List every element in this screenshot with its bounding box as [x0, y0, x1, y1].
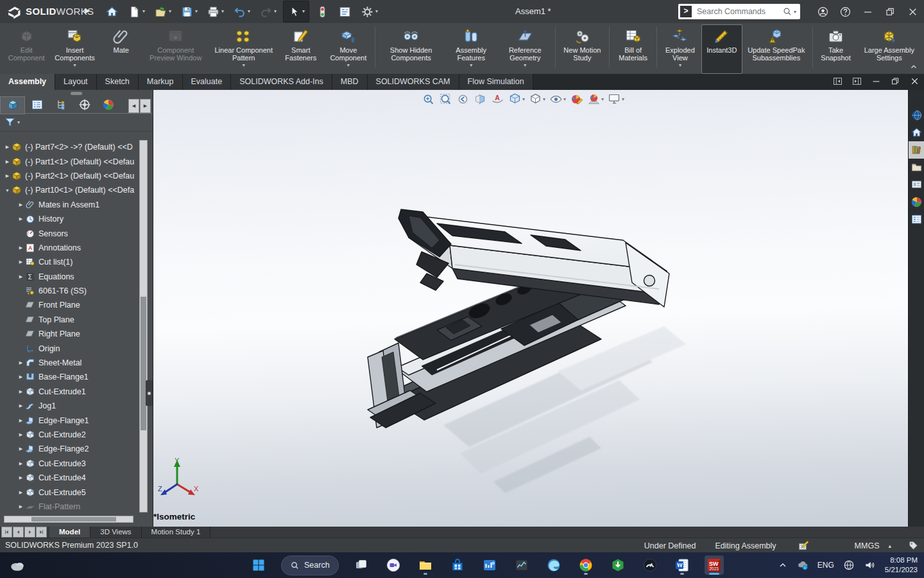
tree-item-cut-extrude1[interactable]: ▶Cut-Extrude1 [0, 385, 141, 399]
tree-item-part10-1-default-defa[interactable]: ▼(-) Part10<1> (Default) <<Defa [0, 183, 141, 197]
tab-mbd[interactable]: MBD [332, 74, 368, 90]
expand-arrow-icon[interactable]: ▶ [17, 475, 25, 480]
search-pill[interactable]: Search [281, 556, 339, 575]
tree-item-history[interactable]: ▶History [0, 212, 141, 226]
tab-model[interactable]: Model [49, 527, 90, 538]
tab-assembly[interactable]: Assembly [0, 74, 55, 90]
featuremanager-tab[interactable] [0, 96, 25, 114]
weather-icon[interactable] [9, 557, 26, 574]
tree-item-origin[interactable]: Origin [0, 341, 141, 355]
onedrive-icon[interactable]: i [796, 559, 809, 572]
restore-button[interactable] [879, 0, 902, 23]
filter-dropdown-icon[interactable]: ▾ [17, 120, 20, 125]
view-palette-tab[interactable] [909, 176, 924, 193]
hide-show-items-button[interactable]: ▾ [547, 92, 568, 107]
close-button[interactable] [902, 0, 924, 23]
file-explorer-tab[interactable] [909, 159, 924, 176]
stapler-3d-model[interactable] [147, 90, 908, 527]
volume-icon[interactable] [864, 559, 877, 572]
help-button[interactable] [834, 0, 857, 23]
tray-chevron-icon[interactable] [778, 560, 788, 570]
tree-item-equations[interactable]: ▶ΣEquations [0, 270, 141, 284]
tree-item-part7-2-default-d[interactable]: ▶(-) Part7<2> ->? (Default) <<D [0, 140, 141, 154]
expand-arrow-icon[interactable]: ▶ [17, 403, 25, 408]
expand-arrow-icon[interactable]: ▶ [17, 274, 25, 279]
task-manager-button[interactable] [512, 556, 531, 575]
tab-solidworks-cam[interactable]: SOLIDWORKS CAM [368, 74, 459, 90]
zoom-to-area-button[interactable] [437, 92, 454, 107]
word-button[interactable] [672, 556, 692, 575]
edge-button[interactable] [544, 556, 563, 575]
collapse-ribbon-icon[interactable] [909, 62, 919, 71]
expand-arrow-icon[interactable]: ▶ [17, 202, 25, 207]
tree-item-part1-1-default-defau[interactable]: ▶(-) Part1<1> (Default) <<Defau [0, 154, 141, 168]
solidworks-button[interactable]: SW2023 [705, 556, 724, 575]
tree-item-part2-1-default-defau[interactable]: ▶(-) Part2<1> (Default) <<Defau [0, 169, 141, 183]
doc-close-button[interactable] [909, 76, 920, 89]
units-dropdown-icon[interactable]: ▴ [888, 543, 891, 549]
task-view-button[interactable] [352, 556, 371, 575]
home-button[interactable] [103, 2, 121, 21]
expand-arrow-icon[interactable]: ▶ [17, 432, 25, 437]
next-tab-button[interactable] [24, 527, 35, 538]
chrome-button[interactable] [576, 556, 595, 575]
tab-markup[interactable]: Markup [139, 74, 183, 90]
tree-item-annotations[interactable]: ▶AAnnotations [0, 241, 141, 255]
component-preview-window-button[interactable]: Component Preview Window [142, 24, 210, 74]
tree-item-right-plane[interactable]: Right Plane [0, 327, 141, 341]
expand-arrow-icon[interactable]: ▶ [3, 173, 12, 179]
expand-arrow-icon[interactable]: ▶ [3, 144, 12, 150]
redo-button[interactable]: ▾ [257, 2, 279, 21]
previous-view-button[interactable] [454, 92, 472, 107]
options-button[interactable]: ▾ [358, 2, 381, 21]
select-tool-button[interactable]: ▾ [283, 1, 309, 22]
tree-item-cut-extrude4[interactable]: ▶Cut-Extrude4 [0, 471, 141, 485]
tree-vertical-scrollbar[interactable] [139, 140, 148, 512]
network-icon[interactable] [843, 559, 855, 572]
move-component-button[interactable]: Move Component▾ [324, 24, 373, 74]
previous-pane-button[interactable] [832, 76, 843, 89]
expand-arrow-icon[interactable]: ▶ [3, 159, 12, 164]
expand-arrow-icon[interactable]: ▶ [17, 360, 25, 365]
linear-component-pattern-button[interactable]: Linear Component Pattern▾ [210, 24, 278, 74]
tree-item-front-plane[interactable]: Front Plane [0, 298, 141, 312]
tree-item-edge-flange2[interactable]: ▶Edge-Flange2 [0, 442, 141, 456]
expand-arrow-icon[interactable]: ▶ [17, 389, 25, 394]
tag-icon[interactable] [908, 540, 919, 551]
tree-item-sheet-metal[interactable]: ▶Sheet-Metal [0, 356, 141, 370]
insert-components-button[interactable]: Insert Components▾ [49, 24, 100, 74]
exploded-view-button[interactable]: Exploded View▾ [659, 24, 701, 74]
expand-arrow-icon[interactable]: ▼ [3, 188, 12, 193]
previous-tab-button[interactable] [13, 527, 24, 538]
expand-arrow-icon[interactable]: ▶ [17, 259, 25, 265]
mate-button[interactable]: Mate [101, 24, 142, 74]
appearances-tab[interactable] [96, 96, 120, 113]
system-app-button[interactable] [480, 556, 499, 575]
user-account-button[interactable] [812, 0, 834, 23]
performance-evaluation-button[interactable] [313, 2, 332, 21]
print-button[interactable]: ▾ [204, 2, 227, 21]
bill-of-materials-button[interactable]: Bill of Materials [612, 24, 654, 74]
assembly-features-button[interactable]: Assembly Features▾ [445, 24, 497, 74]
store-button[interactable] [448, 556, 467, 575]
panel-grip[interactable] [71, 92, 82, 95]
edit-appearance-button[interactable] [568, 92, 585, 107]
minimize-button[interactable] [857, 0, 879, 23]
expand-arrow-icon[interactable]: ▶ [17, 490, 25, 495]
tab-evaluate[interactable]: Evaluate [183, 74, 232, 90]
custom-properties-tab[interactable] [909, 211, 924, 228]
clock[interactable]: 8:08 PM 5/21/2023 [885, 556, 918, 575]
last-tab-button[interactable] [36, 527, 47, 538]
tree-item-cut-extrude5[interactable]: ▶Cut-Extrude5 [0, 485, 141, 499]
search-icon[interactable] [782, 6, 792, 17]
expand-arrow-icon[interactable]: ▶ [17, 418, 25, 423]
undo-button[interactable]: ▾ [230, 2, 253, 21]
expand-arrow-icon[interactable]: ▶ [17, 461, 25, 466]
design-library-tab[interactable] [909, 141, 924, 159]
tree-item-cut-extrude3[interactable]: ▶Cut-Extrude3 [0, 457, 141, 471]
view-orientation-button[interactable]: ▾ [506, 92, 527, 107]
tree-filter[interactable]: ▾ [0, 113, 153, 132]
search-input[interactable]: Search Commands [694, 7, 782, 16]
new-file-button[interactable]: ▾ [125, 2, 148, 21]
annotation-views-button[interactable]: A [489, 92, 506, 107]
